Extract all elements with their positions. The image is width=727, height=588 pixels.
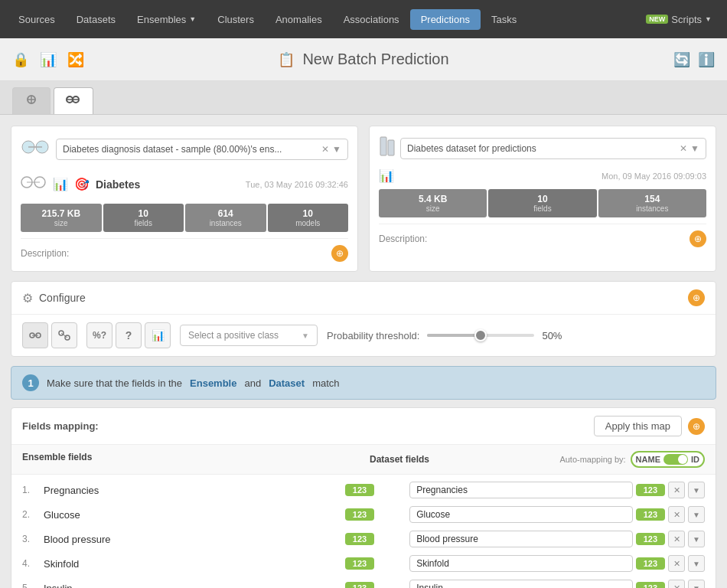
- nav-ensembles[interactable]: Ensembles ▼: [126, 14, 207, 25]
- dataset-description-toggle[interactable]: ⊕: [690, 230, 706, 247]
- ensemble-field-badge: 123: [345, 484, 374, 496]
- toggle-name-id[interactable]: NAME ID: [631, 451, 705, 468]
- field-dropdown-btn[interactable]: ▼: [688, 555, 705, 572]
- dataset-visual-icon: [379, 136, 396, 157]
- ensemble-description-row: Description: ⊕: [21, 238, 348, 262]
- nav-sources[interactable]: Sources: [8, 14, 66, 25]
- output-btn-q[interactable]: ?: [116, 322, 142, 348]
- dataset-icon: [379, 136, 396, 161]
- ensemble-field-badge: 123: [345, 557, 374, 570]
- field-clear-btn[interactable]: ✕: [668, 531, 685, 547]
- field-dropdown-btn[interactable]: ▼: [688, 482, 705, 498]
- configure-section: ⚙ Configure ⊕ %? ? 📊 Select a positive c…: [11, 281, 716, 357]
- dataset-clear-btn[interactable]: ✕: [680, 143, 687, 154]
- nav-anomalies[interactable]: Anomalies: [265, 14, 333, 25]
- toggle-switch[interactable]: [663, 454, 688, 465]
- dataset-dropdown-arrow[interactable]: ▼: [690, 143, 699, 154]
- ensemble-field-name: Skinfold: [44, 558, 339, 570]
- dataset-field-badge: 123: [636, 582, 665, 588]
- field-num: 5.: [22, 583, 37, 588]
- info-icon[interactable]: ℹ️: [698, 51, 715, 68]
- svg-rect-14: [388, 140, 394, 155]
- mode-tabs: [0, 81, 727, 115]
- dataset-field-input[interactable]: Skinfold: [409, 555, 632, 572]
- field-rows: 1. Pregnancies 123 Pregnancies 123 ✕ ▼ 2…: [11, 475, 716, 588]
- ensemble-col-header: Ensemble fields: [22, 452, 92, 462]
- dataset-field-input[interactable]: Insulin: [409, 580, 632, 588]
- dataset-field-badge: 123: [636, 484, 665, 496]
- dataset-field-input[interactable]: Glucose: [409, 506, 632, 523]
- field-dropdown-btn[interactable]: ▼: [688, 531, 705, 547]
- field-clear-btn[interactable]: ✕: [668, 555, 685, 572]
- configure-toggle[interactable]: ⊕: [688, 289, 705, 306]
- dataset-selector-row: Diabetes dataset for predictions ✕ ▼: [379, 136, 706, 161]
- ensemble-icon: [21, 136, 51, 163]
- stat-size-val: 215.7 KB: [24, 208, 99, 219]
- mode-tab-batch[interactable]: [54, 87, 93, 114]
- refresh-icon[interactable]: 🔄: [673, 51, 690, 68]
- dataset-field-container: Insulin 123 ✕ ▼: [409, 580, 705, 588]
- ensemble-panel: Diabetes diagnosis dataset - sample (80.…: [11, 126, 358, 272]
- output-btn-pct[interactable]: %?: [86, 322, 112, 348]
- configure-header[interactable]: ⚙ Configure ⊕: [11, 282, 716, 314]
- nav-associations[interactable]: Associations: [333, 14, 410, 25]
- dataset-description-row: Description: ⊕: [379, 224, 706, 247]
- ensemble-timestamp: Tue, 03 May 2016 09:32:46: [246, 180, 348, 189]
- model-btn-1[interactable]: [22, 322, 48, 348]
- dataset-dropdown[interactable]: Diabetes dataset for predictions ✕ ▼: [400, 138, 706, 159]
- step-banner: 1 Make sure that the fields in the Ensem…: [11, 366, 716, 400]
- columns-header: Ensemble fields Dataset fields Auto-mapp…: [11, 445, 716, 475]
- nav-tasks[interactable]: Tasks: [481, 14, 527, 25]
- ensemble-badge-icon: [21, 171, 47, 194]
- positive-class-dropdown[interactable]: Select a positive class ▼: [180, 325, 318, 346]
- dataset-field-badge: 123: [636, 533, 665, 545]
- dstat-size: 5.4 KB size: [379, 189, 487, 217]
- model-btn-2[interactable]: [51, 322, 77, 348]
- ensembles-dropdown-icon: ▼: [189, 15, 196, 23]
- field-clear-btn[interactable]: ✕: [668, 482, 685, 498]
- probability-pct: 50%: [542, 330, 562, 341]
- ensemble-visual-icon: [21, 136, 51, 158]
- dataset-field-input[interactable]: Blood pressure: [409, 531, 632, 547]
- ensemble-dropdown-arrow[interactable]: ▼: [332, 144, 341, 155]
- output-btn-chart[interactable]: 📊: [145, 322, 171, 348]
- ensemble-field-badge: 123: [345, 508, 374, 521]
- panels-row: Diabetes diagnosis dataset - sample (80.…: [11, 126, 716, 272]
- page-header: 🔒 📊 🔀 📋 New Batch Prediction 🔄 ℹ️: [0, 38, 727, 81]
- ensemble-description-toggle[interactable]: ⊕: [331, 245, 348, 262]
- field-dropdown-btn[interactable]: ▼: [688, 580, 705, 588]
- nav-scripts[interactable]: NEW Scripts ▼: [638, 14, 719, 25]
- ensemble-dropdown[interactable]: Diabetes diagnosis dataset - sample (80.…: [56, 139, 348, 160]
- dataset-timestamp: Mon, 09 May 2016 09:09:03: [601, 172, 706, 181]
- fields-mapping-header: Fields mapping: Apply this map ⊕: [11, 408, 716, 445]
- fields-mapping-toggle[interactable]: ⊕: [688, 418, 705, 435]
- batch-icon: 📋: [278, 51, 295, 68]
- field-num: 4.: [22, 558, 37, 569]
- stat-size: 215.7 KB size: [21, 204, 102, 232]
- nav-datasets[interactable]: Datasets: [66, 14, 126, 25]
- ensemble-field-badge: 123: [345, 533, 374, 545]
- dataset-field-input[interactable]: Pregnancies: [409, 482, 632, 498]
- ensemble-field-name: Insulin: [44, 583, 339, 589]
- dataset-field-container: Pregnancies 123 ✕ ▼: [409, 482, 705, 498]
- dataset-word: Dataset: [269, 377, 305, 389]
- field-row: 4. Skinfold 123 Skinfold 123 ✕ ▼: [22, 551, 705, 576]
- apply-map-btn[interactable]: Apply this map: [594, 416, 682, 436]
- nav-clusters[interactable]: Clusters: [207, 14, 265, 25]
- scripts-dropdown-icon: ▼: [705, 15, 712, 23]
- dataset-col-header: Dataset fields: [370, 454, 429, 465]
- share-icon: 🔀: [67, 51, 84, 68]
- automapping-controls: Auto-mapping by: NAME ID: [559, 451, 705, 468]
- field-dropdown-btn[interactable]: ▼: [688, 506, 705, 523]
- probability-slider[interactable]: [427, 329, 534, 341]
- field-row: 2. Glucose 123 Glucose 123 ✕ ▼: [22, 502, 705, 527]
- ensemble-clear-btn[interactable]: ✕: [321, 144, 329, 155]
- nav-predictions[interactable]: Predictions: [410, 9, 481, 30]
- stat-instances: 614 instances: [185, 204, 266, 232]
- mode-tab-single[interactable]: [12, 87, 51, 114]
- field-clear-btn[interactable]: ✕: [668, 506, 685, 523]
- single-mode-icon: [24, 93, 39, 106]
- stat-fields: 10 fields: [103, 204, 184, 232]
- ensemble-field-name: Blood pressure: [44, 534, 339, 545]
- field-clear-btn[interactable]: ✕: [668, 580, 685, 588]
